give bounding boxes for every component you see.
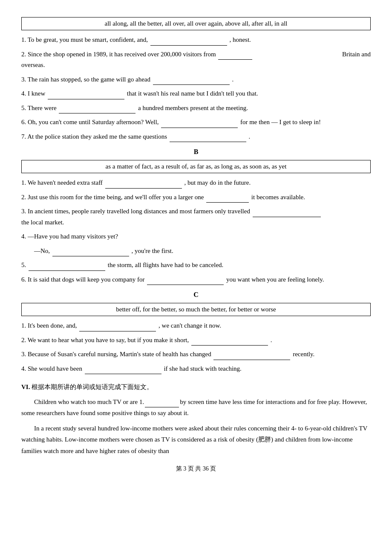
section-c-heading: C bbox=[21, 291, 371, 299]
section-b-sentence-6: 6. It is said that dogs will keep you co… bbox=[21, 274, 371, 285]
section-a-box-text: all along, all the better, all over, all… bbox=[104, 20, 287, 27]
section-c-box: better off, for the better, so much the … bbox=[21, 303, 371, 316]
section-b-sentence-3: 3. In ancient times, people rarely trave… bbox=[21, 206, 371, 228]
blank-c4 bbox=[85, 374, 161, 374]
section-b-sentence-2: 2. Just use this room for the time being… bbox=[21, 192, 371, 203]
footer-text: 第 3 页 共 36 页 bbox=[176, 465, 216, 472]
page-footer: 第 3 页 共 36 页 bbox=[21, 465, 371, 473]
blank-b2 bbox=[206, 202, 249, 203]
section-a-box: all along, all the better, all over, all… bbox=[21, 17, 371, 30]
blank-b1 bbox=[105, 188, 182, 189]
section-b-sentence-4b: —No, , you're the first. bbox=[21, 246, 371, 257]
section-b-sentence-1: 1. We haven't needed extra staff , but m… bbox=[21, 177, 371, 189]
vi-paragraph-2: In a recent study several hundred low-in… bbox=[21, 423, 371, 456]
section-c-sentence-4: 4. She would have been if she had stuck … bbox=[21, 363, 371, 375]
blank-a2 bbox=[218, 59, 252, 60]
blank-a7 bbox=[170, 142, 246, 142]
section-a-sentence-7: 7. At the police station they asked me t… bbox=[21, 131, 371, 142]
section-a-sentence-4: 4. I knew that it wasn't his real name b… bbox=[21, 88, 371, 99]
blank-b6 bbox=[147, 285, 224, 285]
blank-b5 bbox=[29, 270, 105, 271]
section-b-box-text: as a matter of fact, as a result of, as … bbox=[106, 163, 287, 170]
blank-a4 bbox=[48, 99, 124, 99]
blank-c1 bbox=[79, 331, 156, 331]
section-a-sentence-2: 2. Since the shop opened in 1989, it has… bbox=[21, 49, 371, 71]
section-a-sentence-3: 3. The rain has stopped, so the game wil… bbox=[21, 74, 371, 85]
blank-a5 bbox=[59, 113, 135, 113]
blank-a6 bbox=[161, 128, 238, 128]
section-c-sentence-2: 2. We want to hear what you have to say,… bbox=[21, 335, 371, 346]
section-b-sentence-5: 5. the storm, all flights have had to be… bbox=[21, 260, 371, 271]
section-c-sentence-3: 3. Because of Susan's careful nursing, M… bbox=[21, 349, 371, 360]
section-c-box-text: better off, for the better, so much the … bbox=[116, 306, 276, 313]
section-b-sentence-4: 4. —Have you had many visitors yet? bbox=[21, 231, 371, 242]
blank-a1 bbox=[150, 45, 227, 46]
section-a-sentence-6: 6. Oh, you can't come until Saturday aft… bbox=[21, 117, 371, 128]
blank-c2 bbox=[191, 345, 268, 346]
section-vi: VI. 根据本期所讲的单词或短语完成下面短文。 Children who wat… bbox=[21, 382, 371, 456]
section-a-sentence-5: 5. There were a hundred members present … bbox=[21, 103, 371, 114]
section-b-box: as a matter of fact, as a result of, as … bbox=[21, 160, 371, 173]
vi-header: VI. 根据本期所讲的单词或短语完成下面短文。 bbox=[21, 382, 371, 393]
section-a-sentence-1: 1. To be great, you must be smart, confi… bbox=[21, 35, 371, 46]
vi-paragraph-1: Children who watch too much TV or are 1.… bbox=[21, 396, 371, 419]
blank-c3 bbox=[213, 360, 290, 360]
section-b-heading: B bbox=[21, 148, 371, 156]
blank-vi1 bbox=[145, 407, 179, 407]
blank-b4 bbox=[52, 256, 129, 256]
blank-b3 bbox=[253, 217, 321, 217]
section-c-sentence-1: 1. It's been done, and, , we can't chang… bbox=[21, 320, 371, 331]
blank-a3 bbox=[153, 84, 230, 85]
